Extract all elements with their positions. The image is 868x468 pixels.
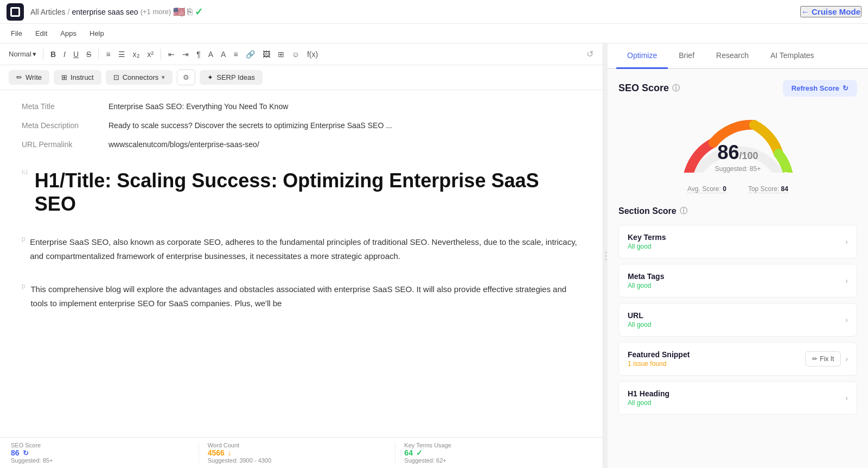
seo-score-status: SEO Score 86 ↻ Suggested: 85+	[11, 442, 199, 464]
formula-button[interactable]: f(x)	[304, 48, 321, 61]
menu-edit[interactable]: Edit	[33, 28, 49, 39]
menu-file[interactable]: File	[9, 28, 24, 39]
refresh-score-label: Refresh Score	[792, 84, 839, 92]
cruise-mode-button[interactable]: ← Cruise Mode	[800, 6, 861, 17]
editor-area: Normal ▾ B I U S ≡ ☰ x₂ x² ⇤ ⇥ ¶ A A ≡ 🔗…	[0, 43, 603, 468]
score-item-featured-snippet[interactable]: Featured Snippet1 issue found✏ Fix It›	[618, 342, 857, 376]
serp-label: SERP Ideas	[216, 73, 255, 81]
format-select[interactable]: Normal ▾	[7, 49, 39, 59]
top-bar-right: ← Cruise Mode	[800, 6, 861, 17]
settings-button[interactable]: ⚙	[177, 69, 195, 85]
serp-ideas-button[interactable]: ✦ SERP Ideas	[200, 70, 263, 85]
breadcrumb-all-articles[interactable]: All Articles	[30, 8, 66, 16]
score-item-status: All good	[628, 399, 669, 407]
h1-row: h1 H1/Title: Scaling Success: Optimizing…	[22, 169, 581, 216]
avg-score-value: 0	[723, 185, 726, 193]
meta-desc-label: Meta Description	[22, 120, 108, 130]
editor-content[interactable]: Meta Title Enterprise SaaS SEO: Everythi…	[0, 90, 603, 437]
top-score-label[interactable]: Top Score: 84	[748, 185, 788, 193]
top-bar: All Articles / enterprise saas seo (+1 m…	[0, 0, 868, 24]
connectors-button[interactable]: ⊡ Connectors ▾	[106, 70, 173, 85]
superscript-button[interactable]: x²	[145, 48, 157, 61]
share-icon[interactable]: ⎘	[187, 7, 193, 17]
toolbar-divider-3	[161, 49, 161, 60]
menu-apps[interactable]: Apps	[58, 28, 79, 39]
score-item-status: All good	[628, 321, 651, 328]
tab-ai-templates[interactable]: AI Templates	[760, 43, 825, 69]
top-score-item: Top Score: 84	[748, 184, 788, 193]
instruct-label: Instruct	[71, 73, 94, 81]
gauge-score: 86/100	[717, 141, 758, 163]
score-item-status: 1 issue found	[628, 360, 690, 368]
ordered-list-button[interactable]: ≡	[103, 48, 113, 61]
splitter-dots	[605, 252, 607, 260]
connectors-arrow: ▾	[162, 74, 165, 81]
url-row: URL Permalink wwwscalenutcom/blogs/enter…	[22, 139, 581, 150]
tab-research[interactable]: Research	[705, 43, 760, 69]
meta-title-value[interactable]: Enterprise SaaS SEO: Everything You Need…	[108, 101, 288, 112]
score-item-meta-tags[interactable]: Meta TagsAll good›	[618, 264, 857, 298]
strikethrough-button[interactable]: S	[84, 48, 94, 61]
seo-score-info-icon[interactable]: ⓘ	[672, 84, 680, 93]
tab-optimize[interactable]: Optimize	[616, 43, 668, 69]
italic-button[interactable]: I	[61, 48, 68, 61]
font-color-button[interactable]: A	[206, 48, 216, 61]
emoji-button[interactable]: ☺	[289, 48, 302, 61]
language-flag[interactable]: 🇺🇸	[173, 6, 185, 18]
para-2-marker: p	[22, 282, 26, 290]
url-value[interactable]: wwwscalenutcom/blogs/enterprise-saas-seo…	[108, 139, 259, 150]
h1-title[interactable]: H1/Title: Scaling Success: Optimizing En…	[35, 169, 581, 216]
toolbar-divider-2	[98, 49, 99, 60]
unordered-list-button[interactable]: ☰	[116, 48, 128, 61]
avg-score-label-text: Avg. Score:	[687, 185, 721, 193]
paragraph-2[interactable]: This comprehensive blog will explore the…	[30, 282, 581, 310]
spacer-1	[22, 158, 581, 169]
key-terms-number: 64	[404, 448, 413, 457]
meta-desc-value[interactable]: Ready to scale success? Discover the sec…	[108, 120, 392, 131]
breadcrumb-current: enterprise saas seo	[72, 8, 138, 16]
score-item-status: All good	[628, 243, 666, 250]
word-count-label: Word Count	[208, 442, 240, 448]
link-button[interactable]: 🔗	[243, 48, 258, 61]
breadcrumb: All Articles / enterprise saas seo (+1 m…	[30, 6, 800, 18]
underline-button[interactable]: U	[71, 48, 81, 61]
format-chevron: ▾	[33, 50, 36, 58]
paragraph-2-row: p This comprehensive blog will explore t…	[22, 282, 581, 310]
instruct-icon: ⊞	[61, 73, 67, 81]
score-item-key-terms[interactable]: Key TermsAll good›	[618, 225, 857, 258]
gauge-container: 86/100 Suggested: 85+	[618, 107, 857, 173]
fix-it-button[interactable]: ✏ Fix It	[805, 351, 841, 366]
key-check-icon: ✓	[416, 448, 423, 457]
score-item-name: Featured Snippet	[628, 350, 690, 359]
align-button[interactable]: ≡	[231, 48, 240, 61]
score-item-h1-heading[interactable]: H1 HeadingAll good›	[618, 381, 857, 415]
seo-refresh-icon[interactable]: ↻	[23, 449, 29, 457]
undo-button[interactable]: ↺	[584, 47, 596, 61]
section-score-info-icon[interactable]: ⓘ	[680, 206, 687, 216]
meta-title-label: Meta Title	[22, 101, 108, 111]
tab-brief[interactable]: Brief	[668, 43, 705, 69]
bold-button[interactable]: B	[48, 48, 59, 61]
word-count-status: Word Count 4566 ↓ Suggested: 3900 - 4300	[199, 442, 396, 464]
write-button[interactable]: ✏ Write	[9, 70, 49, 85]
indent-left-button[interactable]: ⇤	[165, 48, 177, 61]
avg-score-label[interactable]: Avg. Score: 0	[687, 185, 726, 193]
menu-help[interactable]: Help	[87, 28, 106, 39]
write-label: Write	[25, 73, 42, 81]
paragraph-button[interactable]: ¶	[194, 48, 203, 61]
word-down-arrow: ↓	[228, 448, 232, 457]
table-button[interactable]: ⊞	[275, 48, 287, 61]
instruct-button[interactable]: ⊞ Instruct	[54, 70, 101, 85]
highlight-button[interactable]: A	[218, 48, 228, 61]
paragraph-1-row: p Enterprise SaaS SEO, also known as cor…	[22, 235, 581, 263]
panel-splitter[interactable]	[603, 43, 608, 468]
paragraph-1[interactable]: Enterprise SaaS SEO, also known as corpo…	[30, 235, 581, 263]
para-1-marker: p	[22, 235, 25, 243]
refresh-score-button[interactable]: Refresh Score ↻	[783, 80, 857, 97]
score-item-url[interactable]: URLAll good›	[618, 303, 857, 337]
subscript-button[interactable]: x₂	[130, 48, 143, 61]
panel-tabs: Optimize Brief Research AI Templates	[608, 43, 868, 69]
indent-right-button[interactable]: ⇥	[180, 48, 192, 61]
image-button[interactable]: 🖼	[260, 48, 273, 61]
seo-score-number: 86	[11, 448, 20, 457]
